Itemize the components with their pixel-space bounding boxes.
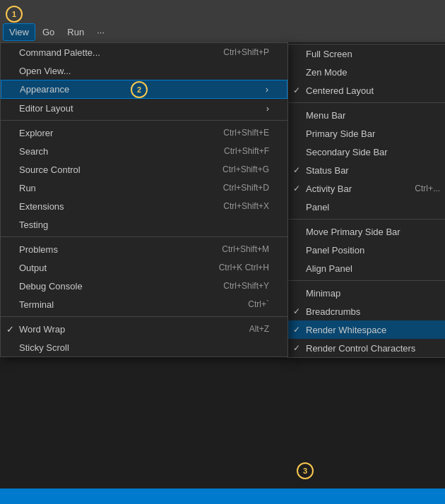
sec-item-label-14: Render Whitespace (306, 325, 440, 335)
secondary-menu-item-6[interactable]: ✓Status Bar (287, 161, 445, 179)
separator-4 (1, 120, 287, 121)
primary-menu-item-3[interactable]: Editor Layout› (1, 99, 287, 117)
sec-check-icon-6: ✓ (293, 165, 300, 175)
annotation-2: 2 (131, 81, 148, 98)
sec-item-label-5: Secondary Side Bar (306, 147, 440, 157)
secondary-menu-item-8[interactable]: Panel (287, 198, 445, 216)
primary-menu-item-11[interactable]: OutputCtrl+K Ctrl+H (1, 258, 287, 277)
sec-check-icon-2: ✓ (293, 85, 300, 95)
secondary-menu-item-12[interactable]: Minimap (287, 284, 445, 302)
menu-item-label-0: Command Palette... (19, 47, 209, 58)
secondary-menu-item-11[interactable]: Align Panel (287, 259, 445, 277)
sec-item-label-8: Panel (306, 202, 440, 212)
sec-check-icon-15: ✓ (293, 343, 300, 353)
sec-item-label-1: Zen Mode (306, 67, 440, 78)
shortcut-14: Alt+Z (249, 324, 269, 334)
menu-item-label-1: Open View... (19, 66, 269, 76)
secondary-menu-item-14[interactable]: ✓Render Whitespace (287, 320, 445, 339)
secondary-menu-item-2[interactable]: ✓Centered Layout (287, 81, 445, 100)
menu-bar-item-3[interactable]: ··· (91, 24, 110, 40)
sec-item-label-9: Move Primary Side Bar (306, 227, 440, 237)
menu-bar: ViewGoRun··· (0, 21, 445, 42)
secondary-dropdown: Full ScreenZen Mode✓Centered LayoutMenu … (287, 44, 445, 358)
shortcut-4: Ctrl+Shift+E (223, 128, 269, 138)
secondary-menu-item-4[interactable]: Primary Side Bar (287, 124, 445, 143)
menu-item-label-13: Terminal (19, 299, 234, 310)
annotation-1: 1 (6, 6, 23, 23)
shortcut-6: Ctrl+Shift+G (222, 164, 269, 174)
shortcut-13: Ctrl+` (248, 299, 269, 309)
primary-menu-item-7[interactable]: RunCtrl+Shift+D (1, 179, 287, 197)
primary-menu-item-9[interactable]: Testing (1, 215, 287, 234)
primary-menu-item-12[interactable]: Debug ConsoleCtrl+Shift+Y (1, 277, 287, 295)
sec-item-label-0: Full Screen (306, 49, 440, 59)
primary-menu-item-8[interactable]: ExtensionsCtrl+Shift+X (1, 197, 287, 215)
menu-item-label-8: Extensions (19, 201, 209, 212)
menu-item-label-10: Problems (19, 244, 208, 255)
menu-item-label-11: Output (19, 263, 205, 273)
menu-bar-item-1[interactable]: Go (37, 24, 60, 40)
primary-menu-item-13[interactable]: TerminalCtrl+` (1, 295, 287, 313)
separator-10 (1, 236, 287, 237)
check-icon-14: ✓ (6, 324, 14, 335)
menu-item-label-4: Explorer (19, 128, 209, 138)
status-bar (0, 488, 445, 504)
primary-menu-item-15[interactable]: Sticky Scroll (1, 338, 287, 356)
sec-separator-12 (287, 280, 445, 281)
secondary-menu-item-15[interactable]: ✓Render Control Characters (287, 339, 445, 357)
sec-item-label-6: Status Bar (306, 165, 440, 176)
sec-separator-3 (287, 102, 445, 103)
arrow-icon-2: › (266, 84, 268, 95)
menu-item-label-14: Word Wrap (19, 324, 235, 335)
secondary-menu-item-1[interactable]: Zen Mode (287, 63, 445, 81)
menu-bar-item-2[interactable]: Run (61, 24, 90, 40)
secondary-menu-item-10[interactable]: Panel Position (287, 241, 445, 259)
menu-bar-item-0[interactable]: View (3, 23, 35, 41)
sec-item-label-2: Centered Layout (306, 85, 440, 96)
sec-check-icon-7: ✓ (293, 184, 300, 193)
primary-menu-item-10[interactable]: ProblemsCtrl+Shift+M (1, 240, 287, 258)
primary-menu-item-0[interactable]: Command Palette...Ctrl+Shift+P (1, 43, 287, 61)
sec-item-label-10: Panel Position (306, 245, 440, 256)
shortcut-8: Ctrl+Shift+X (223, 201, 269, 211)
annotation-3: 3 (297, 462, 314, 479)
shortcut-5: Ctrl+Shift+F (224, 146, 269, 156)
shortcut-11: Ctrl+K Ctrl+H (219, 263, 269, 272)
sec-item-label-4: Primary Side Bar (306, 128, 440, 139)
shortcut-0: Ctrl+Shift+P (223, 47, 269, 57)
menu-item-label-9: Testing (19, 220, 269, 230)
title-bar (0, 0, 445, 21)
sec-item-label-12: Minimap (306, 288, 440, 299)
shortcut-12: Ctrl+Shift+Y (223, 281, 269, 291)
sec-check-icon-14: ✓ (293, 325, 300, 335)
sec-item-label-15: Render Control Characters (306, 343, 440, 354)
secondary-menu-item-9[interactable]: Move Primary Side Bar (287, 222, 445, 241)
sec-item-label-13: Breadcrumbs (306, 306, 440, 317)
shortcut-10: Ctrl+Shift+M (222, 244, 269, 254)
separator-14 (1, 316, 287, 317)
sec-item-label-11: Align Panel (306, 263, 440, 274)
menu-item-label-6: Source Control (19, 164, 208, 175)
menu-item-label-3: Editor Layout (19, 103, 261, 114)
menu-item-label-7: Run (19, 183, 209, 193)
primary-menu-item-4[interactable]: ExplorerCtrl+Shift+E (1, 124, 287, 142)
secondary-menu-item-5[interactable]: Secondary Side Bar (287, 143, 445, 161)
menu-item-label-5: Search (19, 146, 210, 157)
secondary-menu-item-13[interactable]: ✓Breadcrumbs (287, 302, 445, 320)
sec-check-icon-13: ✓ (293, 306, 300, 316)
primary-menu-item-1[interactable]: Open View... (1, 61, 287, 80)
secondary-menu-item-0[interactable]: Full Screen (287, 44, 445, 63)
primary-menu-item-5[interactable]: SearchCtrl+Shift+F (1, 142, 287, 160)
sec-item-label-3: Menu Bar (306, 110, 440, 121)
sec-shortcut-7: Ctrl+... (415, 184, 440, 193)
menu-item-label-12: Debug Console (19, 281, 209, 292)
sec-item-label-7: Activity Bar (306, 184, 415, 194)
shortcut-7: Ctrl+Shift+D (223, 183, 269, 193)
arrow-icon-3: › (266, 103, 269, 114)
primary-menu-item-6[interactable]: Source ControlCtrl+Shift+G (1, 160, 287, 179)
primary-menu-item-14[interactable]: ✓Word WrapAlt+Z (1, 320, 287, 338)
secondary-menu-item-3[interactable]: Menu Bar (287, 106, 445, 124)
sec-separator-9 (287, 219, 445, 220)
menu-item-label-15: Sticky Scroll (19, 342, 269, 353)
secondary-menu-item-7[interactable]: ✓Activity BarCtrl+... (287, 179, 445, 198)
